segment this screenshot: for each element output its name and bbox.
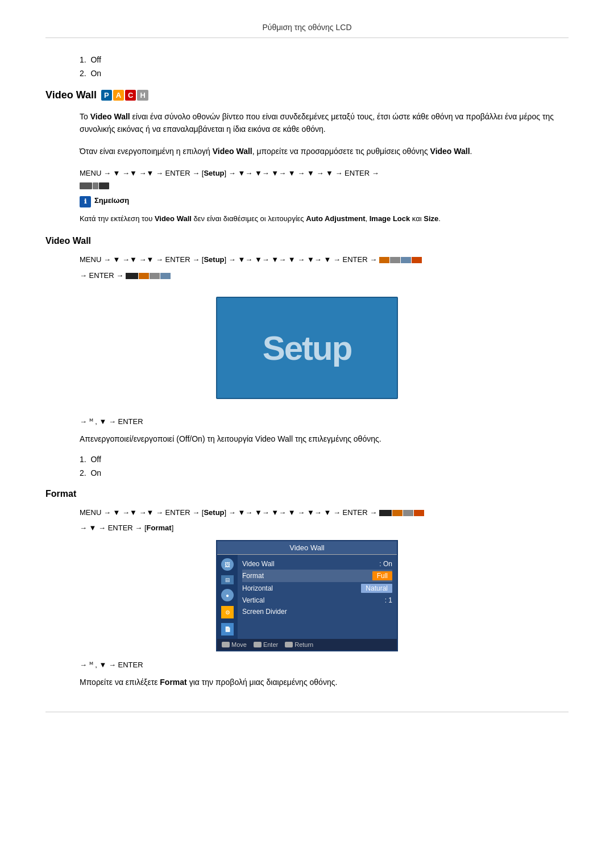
format-value: Full [372, 571, 392, 580]
footer-return: Return [285, 641, 313, 648]
badge-c: C [125, 90, 136, 101]
move-icon [222, 642, 230, 647]
vw-list-item-2: 2. On [80, 468, 569, 477]
footer-move: Move [222, 641, 247, 648]
list-item-2: 2. On [80, 69, 569, 78]
horizontal-value: Natural [361, 584, 392, 593]
videowall-sub-menu-path: MENU → ▼ →▼ →▼ → ENTER → [Setup] → ▼→ ▼→… [80, 253, 569, 282]
arrow-enter-2: → ᴹ , ▼ → ENTER [80, 661, 534, 669]
enter-icon [254, 642, 262, 647]
desc1: Το Video Wall είναι ένα σύνολο οθονών βί… [80, 110, 569, 136]
format-desc: Μπορείτε να επιλέξετε Format για την προ… [80, 676, 569, 688]
page-header: Ρύθμιση της οθόνης LCD [45, 23, 569, 38]
setup-image-text: Setup [263, 329, 352, 368]
return-icon [285, 642, 293, 647]
badge-container: P A C H [101, 90, 148, 101]
note-box: ℹ Σημείωση [80, 195, 569, 207]
icon-4: ⚙ [221, 606, 234, 618]
icon-2: ▤ [221, 575, 234, 584]
menu-row-videowall: Video Wall : On [242, 558, 392, 570]
menu-row-vertical: Vertical : 1 [242, 595, 392, 606]
format-menu: Video Wall 🖼 ▤ ● ⚙ 📄 Video Wall : On For… [216, 540, 398, 651]
format-sub-title: Format [45, 489, 569, 499]
badge-a: A [113, 90, 124, 101]
list-item-1: 1. Off [80, 55, 569, 64]
page-title: Ρύθμιση της οθόνης LCD [262, 23, 351, 32]
page-footer-line [45, 712, 569, 712]
menu-row-horizontal: Horizontal Natural [242, 582, 392, 595]
format-menu-body: 🖼 ▤ ● ⚙ 📄 Video Wall : On Format Full Ho… [217, 555, 397, 639]
setup-image: Setup [216, 297, 398, 399]
format-menu-items: Video Wall : On Format Full Horizontal N… [238, 555, 397, 639]
badge-h: H [137, 90, 148, 101]
videowall-sub-desc: Απενεργοποιεί/ενεργοποιεί (Off/On) τη λε… [80, 433, 569, 445]
icon-3: ● [221, 589, 234, 601]
videowall-sub-list: 1. Off 2. On [80, 455, 569, 477]
videowall-title-text: Video Wall [45, 89, 97, 101]
format-menu-title: Video Wall [217, 541, 397, 555]
format-menu-footer: Move Enter Return [217, 639, 397, 650]
badge-p: P [101, 90, 112, 101]
note-container: ℹ Σημείωση Κατά την εκτέλεση του Video W… [80, 195, 569, 225]
vw-list-item-1: 1. Off [80, 455, 569, 464]
menu-path-1: MENU → ▼ →▼ →▼ → ENTER → [Setup] → ▼→ ▼→… [80, 167, 569, 189]
videowall-title: Video Wall P A C H [45, 89, 569, 101]
note-text: Σημείωση [94, 195, 129, 207]
arrow-enter-1: → ᴹ , ▼ → ENTER [80, 417, 534, 426]
format-menu-path: MENU → ▼ →▼ →▼ → ENTER → [Setup] → ▼→ ▼→… [80, 506, 569, 535]
initial-list: 1. Off 2. On [80, 55, 569, 78]
menu-row-format: Format Full [242, 570, 392, 582]
note-icon: ℹ [80, 196, 91, 207]
icon-1: 🖼 [221, 558, 234, 571]
videowall-sub-title: Video Wall [45, 236, 569, 246]
footer-enter: Enter [254, 641, 278, 648]
format-screen: Video Wall 🖼 ▤ ● ⚙ 📄 Video Wall : On For… [45, 540, 569, 651]
format-menu-icons: 🖼 ▤ ● ⚙ 📄 [217, 555, 238, 639]
icon-5: 📄 [221, 623, 234, 636]
desc2: Όταν είναι ενεργοποιημένη η επιλογή Vide… [80, 145, 569, 157]
setup-screen-wrapper: Setup [45, 288, 569, 408]
menu-row-screendivider: Screen Divider [242, 606, 392, 617]
